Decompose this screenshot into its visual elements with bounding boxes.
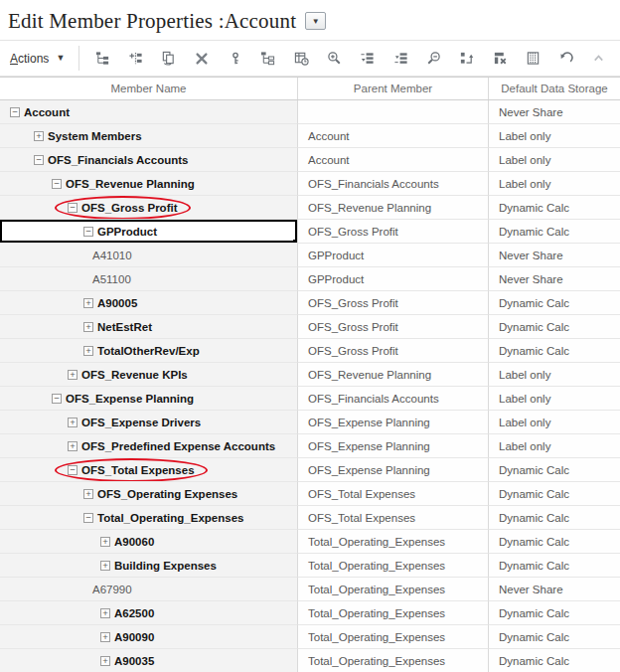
key-icon[interactable] [225,46,246,72]
parent-member-cell[interactable]: Total_Operating_Expenses [298,649,489,672]
default-data-storage-cell[interactable]: Label only [489,172,620,196]
parent-member-cell[interactable] [298,100,489,124]
default-data-storage-cell[interactable]: Label only [489,148,620,172]
member-name-cell[interactable]: +OFS_Operating Expenses [0,482,298,506]
default-data-storage-cell[interactable]: Label only [489,363,620,387]
member-name-cell[interactable]: +NetEstRet [0,315,298,339]
default-data-storage-cell[interactable]: Dynamic Calc [489,339,620,363]
table-pivot-icon[interactable] [456,46,478,72]
default-data-storage-cell[interactable]: Dynamic Calc [489,530,620,554]
duplicate-member-icon[interactable] [158,46,180,72]
parent-member-cell[interactable]: GPProduct [298,267,489,291]
parent-member-cell[interactable]: Total_Operating_Expenses [298,530,489,554]
default-data-storage-cell[interactable]: Dynamic Calc [489,506,620,530]
member-name-cell[interactable]: +OFS_Predefined Expense Accounts [0,434,298,458]
expand-toggle-icon[interactable]: + [68,418,78,427]
parent-member-cell[interactable]: Total_Operating_Expenses [298,554,489,578]
collapse-toggle-icon[interactable]: − [52,179,62,189]
expand-toggle-icon[interactable]: + [100,632,110,642]
default-data-storage-cell[interactable]: Dynamic Calc [489,458,620,482]
parent-member-cell[interactable]: Total_Operating_Expenses [298,601,489,625]
table-history-icon[interactable] [290,46,312,72]
member-name-cell[interactable]: A41010 [0,244,298,267]
expand-toggle-icon[interactable]: + [83,489,93,499]
zoom-out-icon[interactable] [422,46,444,72]
default-data-storage-cell[interactable]: Dynamic Calc [489,196,620,220]
default-data-storage-cell[interactable]: Label only [489,434,620,458]
collapse-toggle-icon[interactable]: − [34,155,44,165]
parent-member-cell[interactable]: OFS_Total Expenses [298,482,489,506]
member-name-cell[interactable]: −OFS_Financials Accounts [0,148,298,172]
member-name-cell[interactable]: +A90090 [0,625,298,649]
member-name-cell[interactable]: −Total_Operating_Expenses [0,506,298,530]
column-header-parent-member[interactable]: Parent Member [298,78,489,99]
collapse-toggle-icon[interactable]: − [52,394,62,404]
parent-member-cell[interactable]: OFS_Expense Planning [298,458,489,482]
default-data-storage-cell[interactable]: Label only [489,411,620,434]
column-header-default-data-storage[interactable]: Default Data Storage [489,78,620,99]
collapse-toggle-icon[interactable]: − [10,107,20,117]
default-data-storage-cell[interactable]: Dynamic Calc [489,291,620,315]
default-data-storage-cell[interactable]: Dynamic Calc [489,482,620,506]
parent-member-cell[interactable]: Account [298,148,489,172]
parent-member-cell[interactable]: GPProduct [298,244,489,267]
parent-member-cell[interactable]: OFS_Gross Profit [298,220,489,244]
expand-toggle-icon[interactable]: + [83,322,93,332]
parent-member-cell[interactable]: OFS_Revenue Planning [298,196,489,220]
column-header-member-name[interactable]: Member Name [0,78,298,99]
default-data-storage-cell[interactable]: Dynamic Calc [489,649,620,672]
member-name-cell[interactable]: +A90035 [0,649,298,672]
member-name-cell[interactable]: +A62500 [0,601,298,625]
table-remove-icon[interactable] [489,46,511,72]
expand-toggle-icon[interactable]: + [68,441,78,451]
parent-member-cell[interactable]: OFS_Gross Profit [298,339,489,363]
selection-handle[interactable] [293,240,298,244]
member-name-cell[interactable]: +Building Expenses [0,554,298,578]
add-sibling-icon[interactable] [125,46,147,72]
default-data-storage-cell[interactable]: Dynamic Calc [489,625,620,649]
default-data-storage-cell[interactable]: Label only [489,387,620,411]
parent-member-cell[interactable]: Total_Operating_Expenses [298,578,489,601]
parent-member-cell[interactable]: OFS_Revenue Planning [298,363,489,387]
parent-member-cell[interactable]: OFS_Expense Planning [298,434,489,458]
undo-icon[interactable] [555,46,577,72]
member-name-cell[interactable]: +A90060 [0,530,298,554]
member-name-cell[interactable]: A67990 [0,578,298,601]
zoom-in-icon[interactable] [323,46,345,72]
delete-icon[interactable] [191,46,213,72]
collapse-toggle-icon[interactable]: − [83,227,93,237]
default-data-storage-cell[interactable]: Dynamic Calc [489,315,620,339]
expand-toggle-icon[interactable]: + [100,608,110,618]
expand-all-icon[interactable] [357,46,379,72]
member-name-cell[interactable]: −OFS_Gross Profit [0,196,298,220]
parent-member-cell[interactable]: OFS_Financials Accounts [298,172,489,196]
parent-member-cell[interactable]: Account [298,124,489,148]
default-data-storage-cell[interactable]: Never Share [489,267,620,291]
member-name-cell[interactable]: −OFS_Total Expenses [0,458,298,482]
add-child-icon[interactable] [91,46,113,72]
default-data-storage-cell[interactable]: Never Share [489,578,620,601]
parent-member-cell[interactable]: OFS_Total Expenses [298,506,489,530]
member-name-cell[interactable]: +TotalOtherRev/Exp [0,339,298,363]
default-data-storage-cell[interactable]: Never Share [489,100,620,124]
expand-toggle-icon[interactable]: + [100,656,110,666]
member-name-cell[interactable]: A51100 [0,267,298,291]
collapse-toggle-icon[interactable]: − [68,465,78,475]
default-data-storage-cell[interactable]: Dynamic Calc [489,554,620,578]
member-name-cell[interactable]: −OFS_Expense Planning [0,387,298,411]
default-data-storage-cell[interactable]: Never Share [489,244,620,267]
expand-toggle-icon[interactable]: + [83,298,93,308]
collapse-all-icon[interactable] [389,46,411,72]
actions-menu-button[interactable]: Actions ▼ [10,52,65,66]
member-name-cell[interactable]: +OFS_Expense Drivers [0,411,298,434]
collapse-toggle-icon[interactable]: − [83,513,93,523]
hierarchy-icon[interactable] [257,46,279,72]
member-name-cell[interactable]: −OFS_Revenue Planning [0,172,298,196]
parent-member-cell[interactable]: OFS_Financials Accounts [298,387,489,411]
collapse-toolbar-icon[interactable] [588,46,610,72]
member-name-cell[interactable]: −Account [0,100,298,124]
expand-toggle-icon[interactable]: + [68,370,78,380]
default-data-storage-cell[interactable]: Dynamic Calc [489,220,620,244]
parent-member-cell[interactable]: OFS_Expense Planning [298,411,489,434]
default-data-storage-cell[interactable]: Dynamic Calc [489,601,620,625]
